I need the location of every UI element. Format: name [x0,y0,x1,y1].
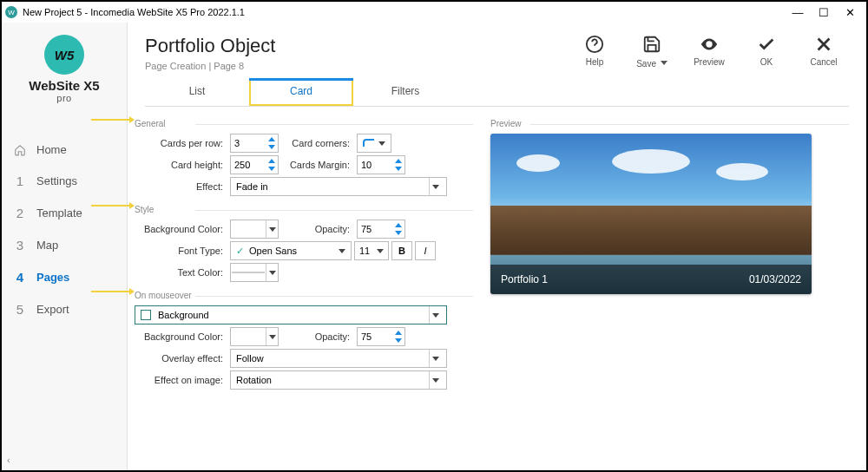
chevron-down-icon [377,249,384,253]
help-button[interactable]: Help [575,35,615,67]
mo-opacity-input[interactable]: 75 [357,327,405,346]
tab-filters[interactable]: Filters [353,78,457,106]
tabs: List Card Filters [145,78,849,107]
brand-block: W5 WebSite X5 pro [2,23,127,108]
opacity-input[interactable]: 75 [357,220,405,239]
breadcrumb: Page Creation | Page 8 [145,61,575,71]
brand-name: WebSite X5 [29,78,99,93]
mo-bg-color-picker[interactable] [230,327,279,346]
nav-label: Pages [36,271,69,284]
square-icon [141,310,151,320]
help-icon [585,35,604,54]
preview-label: Preview [694,57,725,67]
nav-template[interactable]: 2 Template [2,197,127,229]
brand-edition: pro [56,93,71,103]
maximize-button[interactable]: ☐ [811,6,837,19]
titlebar: W New Project 5 - Incomedia WebSite X5 P… [2,2,866,23]
card-date: 01/03/2022 [749,273,801,285]
card-corners-label: Card corners: [287,138,357,148]
nav-num: 2 [14,206,26,220]
effect-on-image-dropdown[interactable]: Rotation [230,370,447,390]
text-color-picker[interactable] [230,263,279,282]
card-corners-dropdown[interactable] [357,134,391,153]
tab-list[interactable]: List [145,78,249,106]
eye-icon [700,35,719,54]
window-title: New Project 5 - Incomedia WebSite X5 Pro… [23,7,245,17]
cancel-button[interactable]: Cancel [804,35,844,67]
app-icon: W [5,6,17,18]
brand-logo: W5 [44,35,84,75]
chevron-down-icon [269,335,276,339]
mouseover-target-dropdown[interactable]: Background [135,305,447,324]
effect-dropdown[interactable]: Fade in [230,177,447,196]
nav-num: 4 [14,270,26,285]
check-icon [757,35,776,54]
text-color-label: Text Color: [135,267,230,278]
mo-bg-color-label: Background Color: [135,331,230,342]
font-size-dropdown[interactable]: 11 [354,241,389,260]
corner-icon [363,139,375,148]
chevron-down-icon [339,249,345,253]
highlight-arrow [91,205,129,206]
nav-pages[interactable]: 4 Pages [2,261,127,293]
chevron-down-icon [269,227,276,232]
ok-label: OK [760,57,773,67]
card-height-input[interactable]: 250 [230,155,279,174]
sidebar: W5 WebSite X5 pro Home 1 Settings 2 Temp… [2,23,128,470]
close-button[interactable]: ✕ [837,6,863,19]
nav-map[interactable]: 3 Map [2,229,127,261]
section-style: Style [135,205,473,214]
mo-opacity-label: Opacity: [287,331,357,342]
highlight-arrow [91,119,129,121]
nav-num: 3 [14,238,26,252]
chevron-down-icon [269,271,276,275]
chevron-down-icon [432,185,439,189]
chevron-down-icon [432,357,439,361]
collapse-sidebar-button[interactable]: ‹ [7,455,10,465]
section-mouseover: On mouseover [135,291,473,300]
minimize-button[interactable]: — [785,6,811,19]
save-icon [642,35,661,54]
cards-margin-label: Cards Margin: [287,160,357,170]
cards-per-row-input[interactable]: 3 [230,134,279,153]
nav-label: Export [36,303,69,316]
chevron-down-icon [432,378,439,383]
nav-label: Settings [36,174,77,187]
nav-label: Map [36,239,58,252]
bold-button[interactable]: B [391,241,412,260]
overlay-effect-dropdown[interactable]: Follow [230,349,447,368]
preview-card: Portfolio 1 01/03/2022 [490,134,812,294]
save-label: Save [636,57,667,69]
font-family-dropdown[interactable]: ✓Open Sans [230,241,352,260]
overlay-effect-label: Overlay effect: [135,353,230,364]
preview-label: Preview [490,119,849,128]
bg-color-label: Background Color: [135,224,230,234]
effect-label: Effect: [135,181,230,192]
page-title: Portfolio Object [145,35,575,57]
save-button[interactable]: Save [632,35,672,69]
nav-export[interactable]: 5 Export [2,293,127,325]
highlight-arrow [91,291,129,292]
nav-label: Template [36,206,82,220]
nav-settings[interactable]: 1 Settings [2,165,127,197]
font-type-label: Font Type: [135,246,230,256]
chevron-down-icon [432,313,439,318]
chevron-down-icon [378,141,385,146]
opacity-label: Opacity: [287,224,357,234]
nav-home[interactable]: Home [2,134,127,165]
cards-margin-input[interactable]: 10 [357,155,405,174]
card-title: Portfolio 1 [501,273,548,285]
effect-on-image-label: Effect on image: [135,375,230,385]
tab-card[interactable]: Card [249,78,353,106]
ok-button[interactable]: OK [746,35,786,67]
nav-home-label: Home [36,143,67,156]
nav-num: 5 [14,302,26,317]
home-icon [14,144,26,156]
italic-button[interactable]: I [415,241,436,260]
x-icon [814,35,833,54]
bg-color-picker[interactable] [230,220,279,239]
cards-per-row-label: Cards per row: [135,138,230,148]
preview-button[interactable]: Preview [689,35,729,67]
chevron-down-icon [661,61,667,65]
help-label: Help [586,57,604,67]
